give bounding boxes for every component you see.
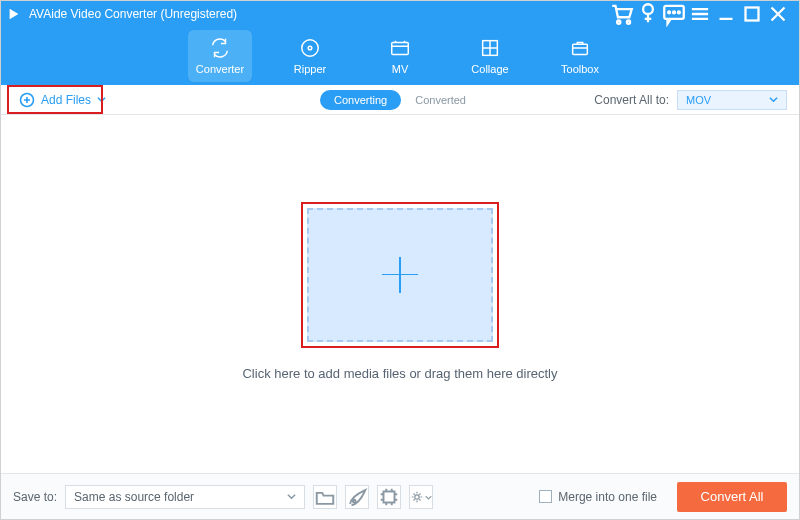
chevron-down-icon (425, 490, 432, 504)
gpu-accel-button[interactable] (377, 485, 401, 509)
register-key-icon[interactable] (635, 1, 661, 27)
svg-point-5 (668, 11, 670, 13)
menu-icon[interactable] (687, 1, 713, 27)
svg-rect-13 (573, 44, 588, 54)
sub-tabs: Converting Converted (320, 90, 480, 110)
svg-marker-0 (10, 9, 19, 20)
add-files-button[interactable]: Add Files (13, 89, 112, 111)
drop-zone-wrapper (307, 208, 493, 342)
drop-hint-text: Click here to add media files or drag th… (242, 366, 557, 381)
chevron-down-icon (287, 490, 296, 504)
svg-point-1 (617, 21, 620, 24)
svg-point-6 (673, 11, 675, 13)
tab-label: Collage (471, 63, 508, 75)
checkbox-icon (539, 490, 552, 503)
cart-icon[interactable] (609, 1, 635, 27)
mv-icon (389, 37, 411, 59)
window-title: AVAide Video Converter (Unregistered) (29, 7, 609, 21)
add-files-label: Add Files (41, 93, 91, 107)
tab-collage[interactable]: Collage (458, 30, 522, 82)
tab-toolbox[interactable]: Toolbox (548, 30, 612, 82)
merge-checkbox[interactable]: Merge into one file (539, 490, 657, 504)
speed-button[interactable] (345, 485, 369, 509)
convert-all-to-value: MOV (686, 94, 711, 106)
save-to-select[interactable]: Same as source folder (65, 485, 305, 509)
svg-rect-11 (392, 43, 409, 55)
tab-ripper[interactable]: Ripper (278, 30, 342, 82)
tab-label: Toolbox (561, 63, 599, 75)
chevron-down-icon (769, 94, 778, 106)
title-bar: AVAide Video Converter (Unregistered) (1, 1, 799, 27)
close-button[interactable] (765, 1, 791, 27)
app-window: AVAide Video Converter (Unregistered) (0, 0, 800, 520)
plus-circle-icon (19, 92, 35, 108)
merge-label: Merge into one file (558, 490, 657, 504)
svg-point-2 (627, 21, 630, 24)
convert-all-to: Convert All to: MOV (594, 90, 787, 110)
drop-zone[interactable] (307, 208, 493, 342)
svg-rect-16 (384, 491, 395, 502)
tab-mv[interactable]: MV (368, 30, 432, 82)
ripper-icon (299, 37, 321, 59)
subtab-converting[interactable]: Converting (320, 90, 401, 110)
convert-all-button[interactable]: Convert All (677, 482, 787, 512)
main-area: Click here to add media files or drag th… (1, 115, 799, 473)
feedback-icon[interactable] (661, 1, 687, 27)
converter-icon (209, 37, 231, 59)
settings-button[interactable] (409, 485, 433, 509)
svg-rect-8 (746, 8, 759, 21)
toolbox-icon (569, 37, 591, 59)
collage-icon (479, 37, 501, 59)
minimize-button[interactable] (713, 1, 739, 27)
svg-point-9 (302, 40, 319, 57)
svg-point-3 (643, 4, 653, 14)
maximize-button[interactable] (739, 1, 765, 27)
save-to-value: Same as source folder (74, 490, 194, 504)
svg-point-10 (308, 46, 312, 50)
save-to-label: Save to: (13, 490, 57, 504)
tab-label: Converter (196, 63, 244, 75)
tab-converter[interactable]: Converter (188, 30, 252, 82)
svg-point-7 (678, 11, 680, 13)
svg-point-15 (353, 499, 356, 502)
chevron-down-icon (97, 93, 106, 107)
app-logo-icon (7, 7, 21, 21)
subtab-converted[interactable]: Converted (401, 90, 480, 110)
main-tabs: Converter Ripper MV Collage Toolbox (1, 27, 799, 85)
plus-icon (382, 257, 418, 293)
convert-all-to-select[interactable]: MOV (677, 90, 787, 110)
tab-label: MV (392, 63, 409, 75)
open-folder-button[interactable] (313, 485, 337, 509)
tab-label: Ripper (294, 63, 326, 75)
svg-point-17 (415, 494, 419, 498)
bottom-bar: Save to: Same as source folder Merge int… (1, 473, 799, 519)
convert-all-to-label: Convert All to: (594, 93, 669, 107)
secondary-bar: Add Files Converting Converted Convert A… (1, 85, 799, 115)
